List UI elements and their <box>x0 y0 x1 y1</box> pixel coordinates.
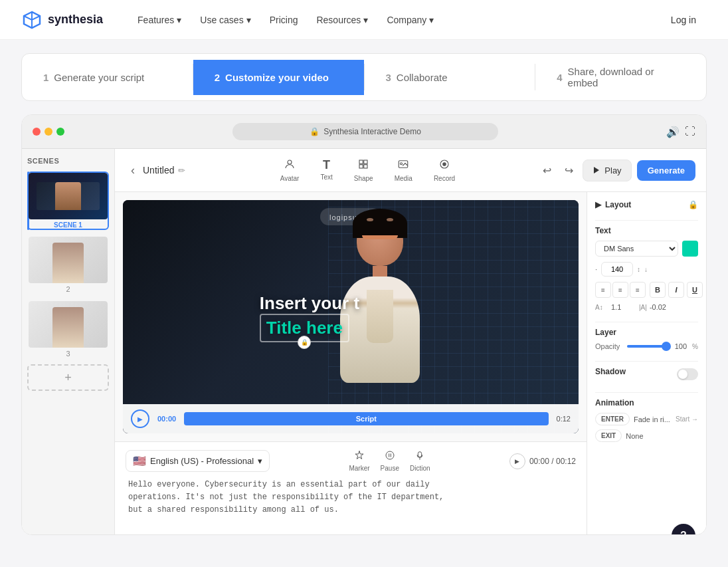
fullscreen-icon[interactable]: ⛶ <box>685 126 695 138</box>
browser-dot-yellow[interactable] <box>45 128 52 136</box>
editor: Scenes SCENE 1 2 <box>22 149 706 534</box>
nav-usecases[interactable]: Use cases <box>192 11 258 29</box>
volume-icon[interactable]: 🔊 <box>666 126 680 138</box>
enter-anim-value[interactable]: Fade in ri... <box>634 415 672 423</box>
media-tool[interactable]: Media <box>385 154 422 186</box>
format-buttons: B I U <box>650 282 703 298</box>
pause-tool[interactable]: Pause <box>381 450 399 472</box>
redo-button[interactable]: ↪ <box>561 160 577 181</box>
shape-tool[interactable]: Shape <box>345 154 383 186</box>
underline-button[interactable]: U <box>687 282 703 298</box>
toolbar-actions: ↩ ↪ Play Generate <box>539 160 695 181</box>
exit-anim-value[interactable]: None <box>626 432 698 440</box>
step-3[interactable]: 3 Collaborate <box>365 60 535 95</box>
step-4-num: 4 <box>557 72 562 83</box>
url-text: Synthesia Interactive Demo <box>323 127 421 136</box>
scene-thumb-1[interactable]: SCENE 1 <box>27 171 109 230</box>
svg-point-8 <box>443 163 446 166</box>
diction-tool[interactable]: Diction <box>410 450 430 472</box>
script-play-button[interactable]: ▶ <box>509 453 525 469</box>
browser-url-bar[interactable]: 🔒 Synthesia Interactive Demo <box>232 123 498 140</box>
layout-title: ▶ Layout 🔒 <box>595 200 698 209</box>
nav-resources[interactable]: Resources <box>308 11 376 29</box>
nav-pricing[interactable]: Pricing <box>262 11 306 29</box>
scene-item-1[interactable]: SCENE 1 <box>27 171 109 230</box>
language-label: English (US) - Professional <box>150 456 254 466</box>
video-text-overlay[interactable]: Insert your t Title here 🔒 <box>260 293 359 342</box>
script-time: 00:00 / 00:12 <box>529 457 576 466</box>
font-family-select[interactable]: DM Sans <box>595 241 678 257</box>
avatar-tool[interactable]: Avatar <box>271 154 309 186</box>
pause-label: Pause <box>381 465 399 472</box>
play-button[interactable]: Play <box>583 160 631 181</box>
add-scene-button[interactable]: + <box>27 364 109 391</box>
media-label: Media <box>395 175 412 182</box>
edit-title-icon[interactable]: ✏ <box>178 166 185 175</box>
enter-timing[interactable]: Start → <box>676 415 698 423</box>
marker-tool[interactable]: Marker <box>349 450 369 472</box>
logo[interactable]: synthesia <box>21 9 103 31</box>
record-label: Record <box>434 175 455 182</box>
opacity-slider[interactable] <box>627 345 670 348</box>
generate-button[interactable]: Generate <box>637 160 695 181</box>
avatar-hair <box>353 209 407 238</box>
diction-icon <box>414 450 425 463</box>
back-button[interactable]: ‹ <box>126 161 140 180</box>
scene-thumb-2[interactable]: 2 <box>27 235 109 294</box>
text-icon: T <box>323 158 330 172</box>
browser-dot-red[interactable] <box>33 128 41 136</box>
record-tool[interactable]: Record <box>424 154 464 186</box>
align-left-button[interactable]: ≡ <box>595 282 611 298</box>
toolbar-tools: Avatar T Text Shape <box>199 154 536 186</box>
align-right-button[interactable]: ≡ <box>630 282 646 298</box>
align-center-button[interactable]: ≡ <box>612 282 628 298</box>
svg-point-10 <box>386 451 394 459</box>
font-family-row: DM Sans <box>595 241 698 257</box>
logo-text: synthesia <box>48 13 103 27</box>
exit-badge[interactable]: EXIT <box>595 429 622 442</box>
right-panel: ▶ Layout 🔒 Text DM Sans <box>587 192 706 534</box>
scene-thumb-3[interactable]: 3 <box>27 300 109 359</box>
scene-3-label: 3 <box>29 350 108 358</box>
bold-button[interactable]: B <box>650 282 666 298</box>
login-button[interactable]: Log in <box>660 9 707 31</box>
text-tool[interactable]: T Text <box>311 154 341 186</box>
italic-button[interactable]: I <box>668 282 684 298</box>
resize-handle[interactable]: 🔒 <box>298 336 311 349</box>
font-size-row: · ↕ ↓ <box>595 262 698 277</box>
language-selector[interactable]: 🇺🇸 English (US) - Professional ▾ <box>126 450 270 472</box>
nav-features[interactable]: Features <box>130 11 189 29</box>
layout-section: ▶ Layout 🔒 <box>595 200 698 209</box>
letter-spacing-row: A↕ 1.1 |A| -0.02 <box>595 303 698 311</box>
marker-icon <box>354 450 365 463</box>
divider-1 <box>595 220 698 221</box>
step-1-num: 1 <box>43 72 48 83</box>
avatar-eyebrow-right <box>387 218 393 221</box>
step-2[interactable]: 2 Customize your video <box>193 60 364 95</box>
avatar-label: Avatar <box>280 175 300 182</box>
video-play-button[interactable]: ▶ <box>131 409 149 428</box>
scene-preview-3 <box>29 301 108 348</box>
undo-button[interactable]: ↩ <box>539 160 555 181</box>
enter-badge[interactable]: ENTER <box>595 413 630 425</box>
text-color-swatch[interactable] <box>682 241 698 257</box>
char-spacing-value[interactable]: -0.02 <box>650 303 670 311</box>
step-1[interactable]: 1 Generate your script <box>22 60 193 95</box>
letter-spacing-value[interactable]: 1.1 <box>611 303 631 311</box>
opacity-thumb[interactable] <box>662 342 671 351</box>
char-spacing-icon: |A| <box>639 304 647 311</box>
browser-dot-green[interactable] <box>56 128 64 136</box>
video-title-line2-box[interactable]: Title here 🔒 <box>260 314 349 342</box>
avatar-eyebrow-left <box>367 218 373 221</box>
nav-right: Log in <box>660 9 707 31</box>
script-text[interactable]: Hello everyone. Cybersecurity is an esse… <box>126 479 576 517</box>
font-size-input[interactable] <box>601 262 633 277</box>
step-4[interactable]: 4 Share, download or embed <box>535 54 706 100</box>
svg-rect-3 <box>359 165 363 168</box>
timeline-bar[interactable]: Script <box>184 412 548 425</box>
demo-container: 🔒 Synthesia Interactive Demo 🔊 ⛶ Scenes <box>21 114 707 535</box>
enter-animation-row: ENTER Fade in ri... Start → <box>595 413 698 425</box>
layout-expand-icon[interactable]: ▶ <box>595 200 601 209</box>
nav-company[interactable]: Company <box>379 11 442 29</box>
shadow-toggle[interactable] <box>677 368 698 380</box>
